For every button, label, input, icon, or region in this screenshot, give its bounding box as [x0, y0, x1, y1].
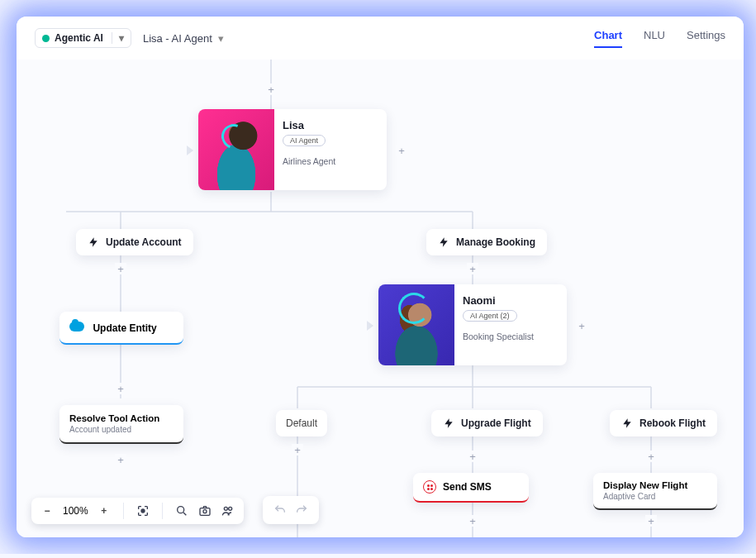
undo-button[interactable]: [273, 503, 288, 517]
add-node-button[interactable]: +: [645, 451, 657, 462]
redo-button[interactable]: [294, 503, 309, 517]
breadcrumb[interactable]: Lisa - AI Agent ▾: [143, 32, 224, 45]
header: Agentic AI ▾ Lisa - AI Agent ▾ Chart NLU…: [17, 17, 744, 60]
agent-card-body: Naomi AI Agent (2) Booking Specialist: [454, 284, 567, 365]
node-label: Rebook Flight: [640, 417, 706, 429]
node-update-account[interactable]: Update Account: [76, 229, 193, 255]
agent-name: Lisa: [283, 119, 378, 131]
avatar-naomi: [378, 284, 454, 365]
top-nav: Chart NLU Settings: [594, 29, 725, 48]
agent-card-naomi[interactable]: Naomi AI Agent (2) Booking Specialist: [378, 284, 567, 365]
node-label: Manage Booking: [456, 236, 535, 248]
node-upgrade-flight[interactable]: Upgrade Flight: [431, 410, 543, 436]
add-node-button[interactable]: +: [645, 515, 657, 527]
bolt-icon: [443, 417, 454, 429]
svg-point-5: [228, 507, 231, 510]
bolt-icon: [438, 236, 449, 248]
salesforce-icon: [69, 322, 84, 331]
agent-subtitle: Booking Specialist: [463, 331, 559, 341]
node-title: Resolve Tool Action: [69, 413, 174, 423]
agent-tag: AI Agent (2): [463, 310, 517, 322]
add-node-button[interactable]: +: [115, 263, 126, 274]
svg-rect-2: [200, 508, 210, 516]
add-node-button[interactable]: +: [265, 83, 277, 95]
agent-tag: AI Agent: [283, 135, 326, 146]
bolt-icon: [88, 236, 99, 248]
node-update-entity[interactable]: Update Entity: [59, 312, 183, 345]
node-rebook-flight[interactable]: Rebook Flight: [610, 410, 717, 436]
agent-name: Naomi: [463, 294, 559, 307]
twilio-icon: [423, 480, 436, 494]
node-title: Display New Flight: [603, 480, 707, 490]
node-label: Send SMS: [443, 481, 492, 493]
add-node-button[interactable]: +: [115, 383, 126, 394]
tab-settings[interactable]: Settings: [687, 29, 725, 48]
zoom-in-button[interactable]: +: [97, 505, 112, 517]
add-node-button[interactable]: +: [467, 515, 478, 527]
add-node-button[interactable]: +: [396, 145, 407, 156]
node-label: Update Entity: [93, 322, 156, 334]
node-label: Update Account: [106, 236, 182, 248]
svg-point-0: [141, 509, 145, 513]
breadcrumb-label: Lisa - AI Agent: [143, 32, 212, 45]
svg-point-1: [177, 507, 183, 513]
agent-mode-badge[interactable]: Agentic AI ▾: [35, 28, 131, 48]
agent-card-body: Lisa AI Agent Airlines Agent: [274, 109, 387, 190]
snapshot-button[interactable]: [197, 503, 212, 518]
node-subtitle: Account updated: [69, 425, 174, 434]
zoom-out-button[interactable]: −: [40, 505, 55, 517]
chevron-down-icon[interactable]: ▾: [112, 32, 124, 44]
add-node-button[interactable]: +: [467, 451, 478, 462]
node-manage-booking[interactable]: Manage Booking: [426, 229, 547, 255]
add-node-button[interactable]: +: [292, 444, 303, 455]
canvas-toolbar: − 100% +: [31, 498, 244, 524]
tab-chart[interactable]: Chart: [594, 29, 622, 48]
agent-card-lisa[interactable]: Lisa AI Agent Airlines Agent: [198, 109, 387, 190]
avatar-lisa: [198, 109, 274, 190]
agent-mode-label: Agentic AI: [55, 32, 103, 44]
tab-nlu[interactable]: NLU: [644, 29, 665, 48]
bolt-icon: [621, 417, 633, 429]
flow-entry-icon: [367, 321, 373, 331]
node-resolve-tool-action[interactable]: Resolve Tool Action Account updated: [59, 405, 183, 444]
app-window: Agentic AI ▾ Lisa - AI Agent ▾ Chart NLU…: [17, 17, 744, 537]
flow-canvas[interactable]: + Lisa AI Agent Airlines Agent + Update …: [17, 60, 744, 537]
header-left: Agentic AI ▾ Lisa - AI Agent ▾: [35, 28, 224, 48]
zoom-level: 100%: [63, 505, 88, 517]
node-label: Upgrade Flight: [461, 417, 531, 429]
node-label: Default: [286, 417, 317, 429]
fit-view-button[interactable]: [136, 503, 150, 518]
add-node-button[interactable]: +: [467, 263, 478, 274]
node-default[interactable]: Default: [276, 410, 327, 436]
search-button[interactable]: [174, 503, 189, 518]
history-toolbar: [263, 496, 319, 524]
chevron-down-icon: ▾: [218, 32, 224, 45]
add-node-button[interactable]: +: [576, 320, 587, 331]
node-display-new-flight[interactable]: Display New Flight Adaptive Card: [593, 473, 717, 510]
add-node-button[interactable]: +: [115, 454, 126, 465]
svg-point-3: [203, 510, 207, 513]
flow-entry-icon: [187, 145, 193, 155]
node-subtitle: Adaptive Card: [603, 492, 707, 501]
svg-point-4: [224, 507, 227, 510]
collaborators-button[interactable]: [221, 503, 235, 518]
status-dot-icon: [42, 35, 50, 42]
node-send-sms[interactable]: Send SMS: [413, 473, 529, 503]
agent-subtitle: Airlines Agent: [283, 156, 378, 166]
